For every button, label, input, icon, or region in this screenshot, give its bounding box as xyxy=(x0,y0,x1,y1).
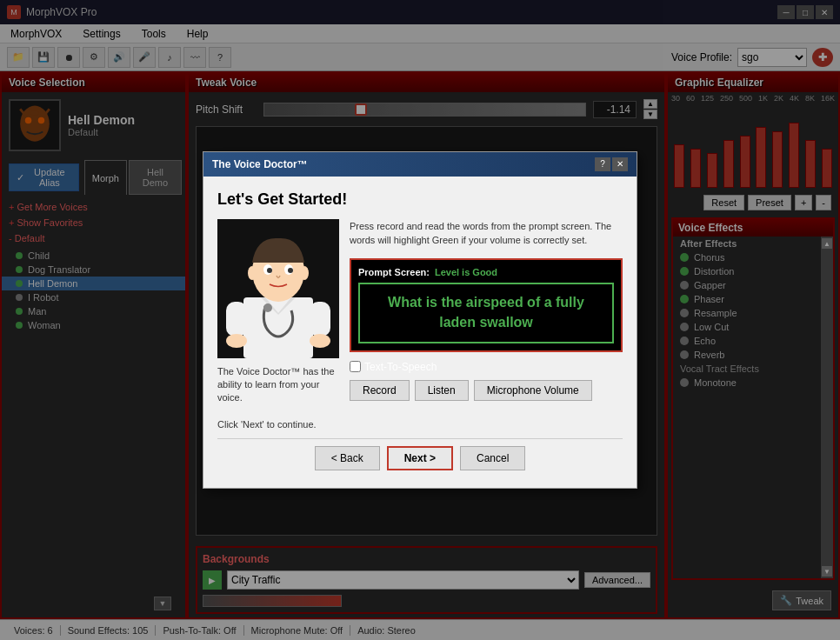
svg-rect-15 xyxy=(226,302,247,337)
dialog-content: Let's Get Started! xyxy=(203,177,637,489)
dialog-nav-row: < Back Next > Cancel xyxy=(217,438,623,474)
dialog-instruction: Press record and read the words from the… xyxy=(350,219,623,248)
svg-point-14 xyxy=(300,266,309,280)
microphone-volume-button[interactable]: Microphone Volume xyxy=(474,380,592,401)
svg-point-12 xyxy=(288,268,293,273)
dialog-close-button[interactable]: ✕ xyxy=(612,157,628,171)
back-button[interactable]: < Back xyxy=(315,446,380,470)
dialog-action-buttons: Record Listen Microphone Volume xyxy=(350,380,623,401)
doctor-image xyxy=(217,219,339,358)
record-button[interactable]: Record xyxy=(350,380,410,401)
dialog-title: The Voice Doctor™ xyxy=(212,158,308,170)
prompt-text: What is the airspeed of a fully laden sw… xyxy=(369,293,603,332)
dialog-heading: Let's Get Started! xyxy=(217,190,623,209)
svg-rect-16 xyxy=(310,302,330,337)
dialog-help-button[interactable]: ? xyxy=(595,157,610,171)
listen-button[interactable]: Listen xyxy=(415,380,469,401)
svg-point-7 xyxy=(263,303,272,312)
svg-rect-6 xyxy=(243,297,313,358)
svg-point-18 xyxy=(310,334,330,348)
dialog-right: Press record and read the words from the… xyxy=(350,219,623,432)
svg-point-17 xyxy=(226,334,247,348)
tts-label: Text-To-Speech xyxy=(364,361,437,373)
dialog-caption: The Voice Doctor™ has the ability to lea… xyxy=(217,365,339,432)
svg-point-13 xyxy=(248,266,257,280)
prompt-status: Level is Good xyxy=(435,267,497,277)
dialog-body: The Voice Doctor™ has the ability to lea… xyxy=(217,219,623,432)
prompt-label: Prompt Screen: xyxy=(358,267,430,277)
svg-point-11 xyxy=(267,268,272,273)
dialog-titlebar: The Voice Doctor™ ? ✕ xyxy=(203,152,637,177)
dialog-overlay: The Voice Doctor™ ? ✕ Let's Get Started! xyxy=(0,0,840,640)
voice-doctor-dialog: The Voice Doctor™ ? ✕ Let's Get Started! xyxy=(203,151,637,490)
prompt-screen: Prompt Screen: Level is Good What is the… xyxy=(350,258,623,352)
next-button[interactable]: Next > xyxy=(387,446,453,470)
tts-checkbox[interactable] xyxy=(350,361,361,372)
tts-row: Text-To-Speech xyxy=(350,361,623,373)
cancel-button[interactable]: Cancel xyxy=(460,446,525,470)
prompt-text-box: What is the airspeed of a fully laden sw… xyxy=(358,283,614,343)
dialog-left: The Voice Doctor™ has the ability to lea… xyxy=(217,219,339,432)
